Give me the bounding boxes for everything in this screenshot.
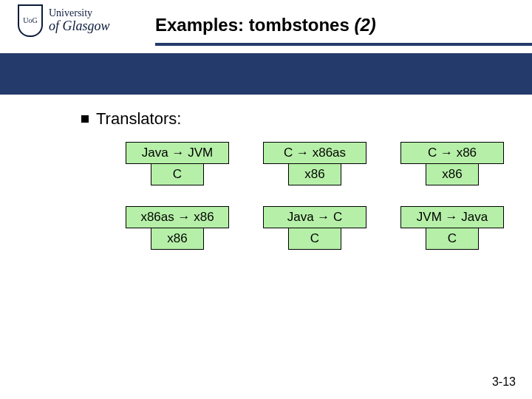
tombstone: C → x86as x86 (263, 142, 366, 185)
slide-content: Translators: Java → JVM C C → x86as x86 … (0, 95, 532, 250)
tombstone-top: Java → JVM (126, 142, 229, 164)
tombstone-stem: x86 (426, 164, 479, 185)
tombstone: JVM → Java C (400, 206, 504, 250)
tombstone: x86as → x86 x86 (126, 206, 229, 250)
tombstone: C → x86 x86 (400, 142, 504, 185)
shield-icon: UoG (18, 4, 43, 37)
tombstone-top: JVM → Java (400, 206, 504, 228)
tombstone-row-1: Java → JVM C C → x86as x86 C → x86 x86 (126, 142, 532, 185)
tombstone-row-2: x86as → x86 x86 Java → C C JVM → Java C (126, 206, 532, 250)
square-bullet-icon (81, 115, 89, 123)
tombstone-stem: x86 (288, 164, 341, 185)
logo-line2: of Glasgow (49, 19, 110, 33)
tombstone-top: Java → C (263, 206, 366, 228)
title-main: Examples: tombstones (155, 15, 354, 35)
logo-text: University of Glasgow (49, 8, 110, 33)
slide-title: Examples: tombstones (2) (155, 15, 376, 35)
logo-line1: University (49, 8, 110, 19)
tombstone-stem: C (151, 164, 204, 185)
tombstone-top: C → x86 (400, 142, 504, 164)
tombstone-top: x86as → x86 (126, 206, 229, 228)
bullet-row: Translators: (81, 109, 532, 129)
tombstone: Java → C C (263, 206, 366, 250)
header-band (0, 53, 532, 95)
tombstone: Java → JVM C (126, 142, 229, 185)
tombstone-stem: C (426, 228, 479, 250)
bullet-text: Translators: (96, 109, 181, 129)
page-number: 3-13 (492, 375, 516, 389)
logo-line2-text: of Glasgow (49, 18, 110, 33)
tombstone-stem: x86 (151, 228, 204, 250)
tombstone-grid: Java → JVM C C → x86as x86 C → x86 x86 x… (126, 142, 532, 250)
university-logo: UoG University of Glasgow (18, 4, 110, 37)
title-ital: (2) (354, 15, 375, 35)
title-underline (155, 43, 532, 46)
tombstone-top: C → x86as (263, 142, 366, 164)
slide-header: UoG University of Glasgow Examples: tomb… (0, 0, 532, 53)
tombstone-stem: C (288, 228, 341, 250)
